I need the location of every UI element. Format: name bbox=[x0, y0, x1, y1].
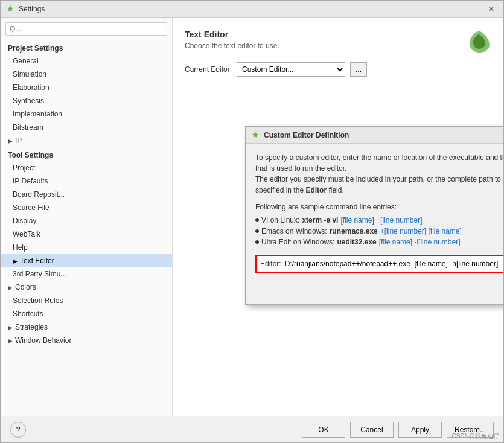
modal-icon bbox=[250, 130, 260, 140]
sidebar-item-selection-rules[interactable]: Selection Rules bbox=[1, 294, 172, 307]
title-bar: Settings ✕ bbox=[1, 1, 503, 18]
sidebar-item-webtalk[interactable]: WebTalk bbox=[1, 228, 172, 241]
sidebar-item-implementation[interactable]: Implementation bbox=[1, 107, 172, 121]
settings-icon bbox=[5, 4, 15, 14]
sample-code-2: runemacs.exe bbox=[330, 227, 378, 235]
list-item: Ultra Edit on Windows: uedit32.exe [file… bbox=[255, 238, 503, 246]
sidebar-item-colors[interactable]: ▶ Colors bbox=[1, 281, 172, 294]
sidebar-item-text-editor[interactable]: ▶Text Editor bbox=[1, 254, 172, 267]
sidebar-item-3rd-party[interactable]: 3rd Party Simu... bbox=[1, 267, 172, 281]
modal-dialog: Custom Editor Definition ✕ To specify a … bbox=[245, 126, 503, 305]
modal-desc-bold: Editor bbox=[305, 186, 327, 194]
modal-desc-line4b: field. bbox=[327, 186, 344, 194]
bullet-icon bbox=[255, 218, 259, 222]
modal-sample-list: VI on Linux: xterm -e vi [file name] +[l… bbox=[255, 216, 503, 246]
svg-marker-0 bbox=[7, 5, 13, 11]
colors-expand-icon: ▶ bbox=[8, 284, 13, 291]
sidebar-item-project[interactable]: Project bbox=[1, 161, 172, 174]
bullet-icon bbox=[255, 240, 259, 244]
sample-prefix-3: Ultra Edit on Windows: bbox=[261, 238, 334, 246]
content-area: Project Settings General Simulation Elab… bbox=[1, 18, 503, 416]
tool-settings-header: Tool Settings bbox=[1, 147, 172, 161]
sample-code-1: xterm -e vi bbox=[302, 216, 338, 225]
bottom-bar: ? OK Cancel Apply Restore... bbox=[1, 416, 503, 442]
modal-description: To specify a custom editor, enter the na… bbox=[255, 152, 503, 196]
sidebar-item-ip-defaults[interactable]: IP Defaults bbox=[1, 174, 172, 188]
current-editor-row: Current Editor: Custom Editor... ... bbox=[185, 62, 491, 77]
ok-button[interactable]: OK bbox=[302, 422, 345, 438]
modal-desc-line4a: specified in the bbox=[255, 186, 305, 194]
sidebar-item-display[interactable]: Display bbox=[1, 214, 172, 228]
bullet-icon bbox=[255, 229, 259, 233]
sidebar-item-strategies[interactable]: ▶ Strategies bbox=[1, 320, 172, 334]
sample-prefix-1: VI on Linux: bbox=[261, 216, 299, 225]
sidebar-item-strategies-label: Strategies bbox=[15, 323, 48, 331]
sample-code-3: uedit32.exe bbox=[337, 238, 376, 246]
editor-browse-button[interactable]: ... bbox=[350, 62, 367, 77]
watermark: CSDN@找兔迪仔 bbox=[452, 432, 500, 441]
modal-desc-line3: The editor you specify must be included … bbox=[255, 175, 503, 183]
strategies-expand-icon: ▶ bbox=[8, 324, 13, 331]
sidebar-item-colors-label: Colors bbox=[15, 283, 36, 292]
sidebar: Project Settings General Simulation Elab… bbox=[1, 18, 173, 416]
search-input[interactable] bbox=[5, 22, 167, 36]
window-title: Settings bbox=[19, 5, 45, 13]
sidebar-item-general[interactable]: General bbox=[1, 54, 172, 68]
sidebar-item-shortcuts[interactable]: Shortcuts bbox=[1, 307, 172, 320]
sidebar-item-help[interactable]: Help bbox=[1, 241, 172, 254]
modal-title-left: Custom Editor Definition bbox=[250, 130, 349, 140]
modal-body: To specify a custom editor, enter the na… bbox=[246, 144, 503, 304]
modal-buttons: OK Cancel bbox=[255, 281, 503, 297]
modal-desc-line1: To specify a custom editor, enter the na… bbox=[255, 153, 503, 162]
modal-desc-line2: that is used to run the editor. bbox=[255, 164, 346, 173]
sidebar-item-ip-label: IP bbox=[15, 136, 22, 145]
current-editor-label: Current Editor: bbox=[185, 65, 232, 74]
window-close-button[interactable]: ✕ bbox=[484, 3, 499, 15]
project-settings-header: Project Settings bbox=[1, 40, 172, 54]
list-item: Emacs on Windows: runemacs.exe +[line nu… bbox=[255, 227, 503, 235]
sidebar-item-board-repo[interactable]: Board Reposit... bbox=[1, 188, 172, 201]
editor-field-input[interactable] bbox=[285, 260, 503, 268]
apply-button[interactable]: Apply bbox=[398, 422, 442, 438]
vivado-logo bbox=[467, 30, 491, 54]
modal-title-text: Custom Editor Definition bbox=[264, 131, 349, 139]
editor-dropdown[interactable]: Custom Editor... bbox=[237, 62, 345, 77]
sidebar-item-synthesis[interactable]: Synthesis bbox=[1, 94, 172, 107]
modal-samples-title: Following are sample command line entrie… bbox=[255, 203, 503, 211]
sidebar-item-window-behavior-label: Window Behavior bbox=[15, 336, 71, 345]
cancel-button[interactable]: Cancel bbox=[350, 422, 394, 438]
editor-input-row: Editor: ✕ bbox=[255, 255, 503, 273]
panel-subtitle: Choose the text editor to use. bbox=[185, 42, 491, 50]
panel-title: Text Editor bbox=[185, 30, 491, 39]
window-behavior-expand-icon: ▶ bbox=[8, 337, 13, 344]
sidebar-item-source-file[interactable]: Source File bbox=[1, 201, 172, 214]
title-bar-left: Settings bbox=[5, 4, 45, 14]
ip-expand-icon: ▶ bbox=[8, 138, 13, 144]
sidebar-item-window-behavior[interactable]: ▶ Window Behavior bbox=[1, 334, 172, 347]
main-panel: Text Editor Choose the text editor to us… bbox=[173, 18, 503, 416]
editor-field-label: Editor: bbox=[260, 260, 281, 268]
sample-blue-1: [file name] +[line number] bbox=[340, 216, 422, 225]
sample-blue-2: +[line number] [file name] bbox=[380, 227, 462, 235]
sidebar-item-bitstream[interactable]: Bitstream bbox=[1, 121, 172, 134]
sidebar-item-simulation[interactable]: Simulation bbox=[1, 68, 172, 81]
modal-title-bar: Custom Editor Definition ✕ bbox=[246, 127, 503, 144]
list-item: VI on Linux: xterm -e vi [file name] +[l… bbox=[255, 216, 503, 225]
svg-marker-1 bbox=[252, 132, 258, 138]
sidebar-item-elaboration[interactable]: Elaboration bbox=[1, 81, 172, 94]
main-window: Settings ✕ Project Settings General Simu… bbox=[0, 0, 504, 443]
sample-blue-3: [file name] -l[line number] bbox=[379, 238, 461, 246]
sidebar-item-ip[interactable]: ▶ IP bbox=[1, 134, 172, 147]
active-arrow: ▶ bbox=[13, 258, 18, 264]
sample-prefix-2: Emacs on Windows: bbox=[261, 227, 327, 235]
help-button[interactable]: ? bbox=[10, 422, 26, 438]
